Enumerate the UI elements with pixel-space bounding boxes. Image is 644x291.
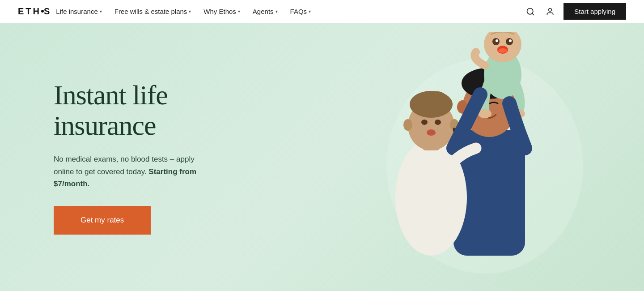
svg-point-19 xyxy=(435,120,441,125)
svg-point-14 xyxy=(428,91,448,111)
svg-point-20 xyxy=(427,129,436,136)
svg-point-2 xyxy=(549,8,552,11)
account-button[interactable] xyxy=(544,5,556,18)
chevron-down-icon: ▾ xyxy=(100,9,102,14)
nav-free-wills[interactable]: Free wills & estate plans ▾ xyxy=(110,5,196,18)
svg-point-29 xyxy=(498,48,507,53)
start-applying-button[interactable]: Start applying xyxy=(564,3,626,20)
nav-links: Life insurance ▾ Free wills & estate pla… xyxy=(51,5,524,18)
svg-point-27 xyxy=(509,39,512,42)
user-icon xyxy=(546,7,555,16)
chevron-down-icon: ▾ xyxy=(189,9,191,14)
site-logo[interactable]: ETHS xyxy=(18,6,51,17)
navbar: ETHS Life insurance ▾ Free wills & estat… xyxy=(0,0,644,23)
svg-point-26 xyxy=(496,39,498,42)
family-illustration xyxy=(351,32,583,282)
svg-point-15 xyxy=(403,119,412,131)
svg-point-18 xyxy=(421,120,428,125)
hero-image xyxy=(290,23,644,291)
hero-section: Instant life insurance No medical exams,… xyxy=(0,23,644,291)
chevron-down-icon: ▾ xyxy=(275,9,278,14)
nav-agents[interactable]: Agents ▾ xyxy=(248,5,282,18)
hero-content: Instant life insurance No medical exams,… xyxy=(0,44,268,270)
get-rates-button[interactable]: Get my rates xyxy=(54,206,151,235)
search-icon xyxy=(526,7,535,16)
nav-actions: Start applying xyxy=(524,3,626,20)
search-button[interactable] xyxy=(524,5,537,18)
hero-subtitle: No medical exams, no blood tests – apply… xyxy=(54,153,215,190)
hero-title: Instant life insurance xyxy=(54,80,215,141)
nav-life-insurance[interactable]: Life insurance ▾ xyxy=(51,5,106,18)
nav-faqs[interactable]: FAQs ▾ xyxy=(286,5,316,18)
svg-line-1 xyxy=(532,13,534,15)
chevron-down-icon: ▾ xyxy=(238,9,240,14)
chevron-down-icon: ▾ xyxy=(309,9,311,14)
nav-why-ethos[interactable]: Why Ethos ▾ xyxy=(199,5,245,18)
